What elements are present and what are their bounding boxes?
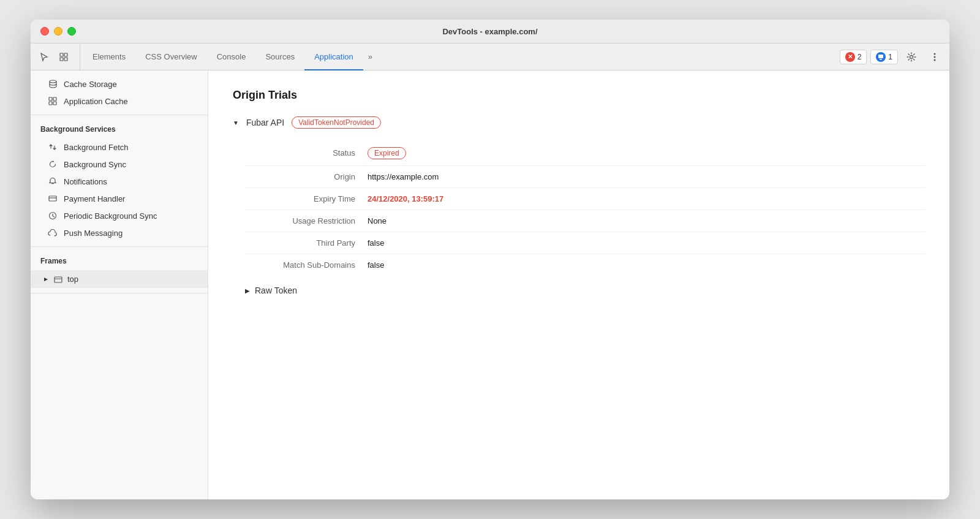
svg-rect-14 <box>53 102 56 105</box>
settings-button[interactable] <box>902 47 921 67</box>
origin-value: https://example.com <box>368 172 439 181</box>
svg-point-9 <box>934 59 936 61</box>
error-count: 2 <box>858 53 862 61</box>
svg-rect-2 <box>60 58 63 61</box>
window-title: DevTools - example.com/ <box>442 27 537 36</box>
sidebar-item-cache-storage[interactable]: Cache Storage <box>31 75 208 93</box>
arrows-updown-icon <box>48 142 58 152</box>
sidebar-item-payment-handler[interactable]: Payment Handler <box>31 190 208 207</box>
application-cache-label: Application Cache <box>64 97 128 106</box>
tab-bar-right: ✕ 2 1 <box>840 44 944 70</box>
close-button[interactable] <box>40 27 49 36</box>
periodic-background-sync-label: Periodic Background Sync <box>64 211 157 221</box>
info-badge-button[interactable]: 1 <box>870 50 898 64</box>
property-row-third-party: Third Party false <box>245 232 925 254</box>
notifications-label: Notifications <box>64 177 107 186</box>
property-row-origin: Origin https://example.com <box>245 166 925 188</box>
raw-token-label: Raw Token <box>255 286 297 295</box>
status-value: Expired <box>368 147 406 159</box>
svg-rect-3 <box>64 58 67 61</box>
api-header: ▼ Fubar API ValidTokenNotProvided <box>233 116 925 129</box>
sidebar-item-push-messaging[interactable]: Push Messaging <box>31 224 208 241</box>
frames-header: Frames <box>31 252 208 270</box>
api-name: Fubar API <box>246 118 284 127</box>
minimize-button[interactable] <box>54 27 62 36</box>
svg-point-7 <box>934 53 936 55</box>
info-icon <box>876 52 886 62</box>
tab-more-button[interactable]: » <box>363 44 377 70</box>
svg-rect-11 <box>49 97 52 100</box>
inspect-icon[interactable] <box>55 48 72 66</box>
svg-point-6 <box>910 55 913 58</box>
card-icon <box>48 194 58 203</box>
bell-icon <box>48 176 58 186</box>
third-party-value: false <box>368 238 384 248</box>
usage-restriction-value: None <box>368 216 386 225</box>
sidebar-item-background-fetch[interactable]: Background Fetch <box>31 138 208 156</box>
status-label: Status <box>245 148 368 157</box>
properties-table: Status Expired Origin https://example.co… <box>245 141 925 276</box>
property-row-usage-restriction: Usage Restriction None <box>245 210 925 232</box>
sidebar-item-periodic-background-sync[interactable]: Periodic Background Sync <box>31 207 208 224</box>
svg-rect-0 <box>60 53 63 56</box>
cursor-icon[interactable] <box>36 48 53 66</box>
payment-handler-label: Payment Handler <box>64 194 125 203</box>
maximize-button[interactable] <box>67 27 76 36</box>
sidebar-item-notifications[interactable]: Notifications <box>31 173 208 190</box>
svg-rect-4 <box>878 55 883 58</box>
info-count: 1 <box>888 53 892 61</box>
svg-point-8 <box>934 56 936 58</box>
svg-rect-1 <box>64 53 67 56</box>
tab-elements[interactable]: Elements <box>83 44 135 70</box>
svg-rect-13 <box>49 102 52 105</box>
background-services-section: Background Services Background Fetch <box>31 115 208 247</box>
raw-token-row[interactable]: ▶ Raw Token <box>245 286 925 295</box>
third-party-label: Third Party <box>245 238 368 248</box>
property-row-expiry: Expiry Time 24/12/2020, 13:59:17 <box>245 188 925 210</box>
tab-css-overview[interactable]: CSS Overview <box>135 44 207 70</box>
top-frame-label: top <box>67 275 78 284</box>
svg-marker-17 <box>44 278 48 281</box>
main-content: Cache Storage Application Cache <box>31 70 949 499</box>
frames-section: Frames top <box>31 247 208 294</box>
api-collapse-arrow[interactable]: ▼ <box>233 119 239 126</box>
sidebar: Cache Storage Application Cache <box>31 70 208 499</box>
sidebar-item-application-cache[interactable]: Application Cache <box>31 93 208 110</box>
storage-section: Cache Storage Application Cache <box>31 70 208 115</box>
page-title: Origin Trials <box>233 89 925 102</box>
error-badge-button[interactable]: ✕ 2 <box>840 50 867 64</box>
content-panel: Origin Trials ▼ Fubar API ValidTokenNotP… <box>208 70 949 499</box>
sidebar-item-top[interactable]: top <box>31 270 208 288</box>
tab-tools <box>36 44 80 70</box>
expiry-label: Expiry Time <box>245 194 368 203</box>
svg-rect-12 <box>53 97 56 100</box>
grid-icon <box>48 96 58 106</box>
tab-application[interactable]: Application <box>304 44 363 70</box>
cache-storage-label: Cache Storage <box>64 80 117 89</box>
property-row-match-sub-domains: Match Sub-Domains false <box>245 254 925 276</box>
more-options-button[interactable] <box>925 47 944 67</box>
origin-label: Origin <box>245 172 368 181</box>
error-icon: ✕ <box>845 52 855 62</box>
svg-rect-5 <box>880 59 882 60</box>
tab-nav: Elements CSS Overview Console Sources Ap… <box>83 44 840 70</box>
tab-console[interactable]: Console <box>207 44 256 70</box>
svg-rect-15 <box>49 196 56 201</box>
sidebar-item-background-sync[interactable]: Background Sync <box>31 156 208 173</box>
sync-icon <box>48 159 58 169</box>
match-sub-domains-label: Match Sub-Domains <box>245 260 368 270</box>
svg-rect-18 <box>55 277 62 282</box>
api-status-badge: ValidTokenNotProvided <box>292 116 381 129</box>
svg-point-10 <box>50 80 56 83</box>
devtools-window: DevTools - example.com/ Elements CSS Ove… <box>31 20 949 499</box>
api-section: ▼ Fubar API ValidTokenNotProvided Status… <box>233 116 925 295</box>
expiry-value: 24/12/2020, 13:59:17 <box>368 194 443 203</box>
database-icon <box>48 79 58 89</box>
clock-icon <box>48 211 58 221</box>
background-fetch-label: Background Fetch <box>64 143 129 152</box>
match-sub-domains-value: false <box>368 260 384 270</box>
tab-sources[interactable]: Sources <box>255 44 304 70</box>
cloud-icon <box>48 228 58 238</box>
background-services-header: Background Services <box>31 120 208 138</box>
push-messaging-label: Push Messaging <box>64 229 123 238</box>
